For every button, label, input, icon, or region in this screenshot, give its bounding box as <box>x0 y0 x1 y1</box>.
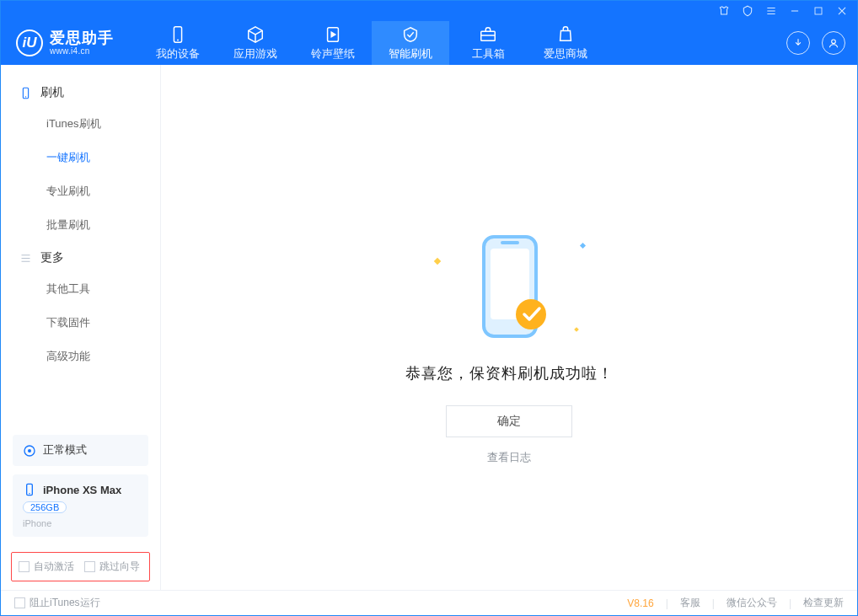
download-button[interactable] <box>786 31 810 55</box>
nav-my-device[interactable]: 我的设备 <box>139 21 217 65</box>
footer-link-wechat[interactable]: 微信公众号 <box>727 596 777 610</box>
view-log-link[interactable]: 查看日志 <box>487 451 531 465</box>
checkbox-icon <box>19 561 29 572</box>
success-message: 恭喜您，保资料刷机成功啦！ <box>405 363 614 383</box>
auto-activate-checkbox[interactable]: 自动激活 <box>19 560 74 574</box>
nav-smart-flash[interactable]: 智能刷机 <box>372 21 449 65</box>
sparkle-icon <box>434 258 441 265</box>
skin-icon[interactable] <box>717 4 731 18</box>
device-name: iPhone XS Max <box>43 484 121 496</box>
footer-link-support[interactable]: 客服 <box>680 596 700 610</box>
checkbox-icon <box>14 597 25 608</box>
svg-rect-0 <box>815 8 822 14</box>
sidebar-item-advanced[interactable]: 高级功能 <box>1 340 160 373</box>
phone-icon <box>19 87 32 99</box>
sidebar-group-title: 刷机 <box>40 85 64 100</box>
app-header: iU 爱思助手 www.i4.cn 我的设备 应用游戏 铃声壁纸 智能刷机 工具… <box>1 21 857 65</box>
checkbox-icon <box>84 561 95 572</box>
sidebar: 刷机 iTunes刷机 一键刷机 专业刷机 批量刷机 更多 其他工具 下载固件 … <box>1 65 161 590</box>
maximize-icon[interactable] <box>812 4 825 18</box>
success-illustration <box>458 233 560 343</box>
sparkle-icon <box>574 327 579 332</box>
mode-card[interactable]: 正常模式 <box>13 435 148 466</box>
flash-options-box: 自动激活 跳过向导 <box>11 552 150 581</box>
nav-apps-games[interactable]: 应用游戏 <box>217 21 294 65</box>
status-bar: 阻止iTunes运行 V8.16 | 客服 | 微信公众号 | 检查更新 <box>1 590 857 615</box>
nav-label: 爱思商城 <box>544 47 587 62</box>
list-icon <box>19 252 32 265</box>
device-card[interactable]: iPhone XS Max 256GB iPhone <box>13 474 148 537</box>
device-capacity: 256GB <box>23 501 67 513</box>
nav-label: 铃声壁纸 <box>311 47 355 62</box>
nav-label: 应用游戏 <box>233 47 277 62</box>
nav-label: 智能刷机 <box>389 47 432 62</box>
sidebar-item-itunes[interactable]: iTunes刷机 <box>1 107 160 141</box>
header-actions <box>786 21 845 65</box>
svg-point-7 <box>28 449 31 453</box>
nav-label: 工具箱 <box>472 47 505 62</box>
phone-success-icon <box>458 233 560 343</box>
sidebar-group-title: 更多 <box>40 250 64 265</box>
sidebar-item-batch[interactable]: 批量刷机 <box>1 208 160 242</box>
sidebar-item-oneclick[interactable]: 一键刷机 <box>1 141 160 174</box>
app-url: www.i4.cn <box>50 46 114 56</box>
feedback-icon[interactable] <box>741 4 754 18</box>
sidebar-item-pro[interactable]: 专业刷机 <box>1 174 160 208</box>
mode-label: 正常模式 <box>43 443 87 458</box>
minimize-icon[interactable] <box>788 4 802 18</box>
app-logo[interactable]: iU 爱思助手 www.i4.cn <box>16 21 139 65</box>
svg-rect-3 <box>481 31 496 40</box>
nav-label: 我的设备 <box>156 47 200 62</box>
menu-icon[interactable] <box>764 4 778 18</box>
svg-rect-11 <box>501 241 519 244</box>
device-platform: iPhone <box>23 518 138 528</box>
user-button[interactable] <box>822 31 845 55</box>
nav-ring-wall[interactable]: 铃声壁纸 <box>294 21 372 65</box>
ok-button[interactable]: 确定 <box>446 405 572 437</box>
svg-point-12 <box>516 299 546 329</box>
sidebar-item-other[interactable]: 其他工具 <box>1 272 160 306</box>
main-area: 刷机 iTunes刷机 一键刷机 专业刷机 批量刷机 更多 其他工具 下载固件 … <box>1 65 857 590</box>
window-controls <box>1 1 857 21</box>
main-nav: 我的设备 应用游戏 铃声壁纸 智能刷机 工具箱 爱思商城 <box>139 21 604 65</box>
nav-toolbox[interactable]: 工具箱 <box>449 21 527 65</box>
nav-shop[interactable]: 爱思商城 <box>527 21 604 65</box>
sidebar-group-flash: 刷机 <box>1 77 160 107</box>
skip-wizard-checkbox[interactable]: 跳过向导 <box>84 560 140 574</box>
logo-badge-icon: iU <box>16 29 43 56</box>
block-itunes-checkbox[interactable]: 阻止iTunes运行 <box>14 596 100 610</box>
sidebar-item-firmware[interactable]: 下载固件 <box>1 306 160 340</box>
device-icon <box>23 483 36 496</box>
sparkle-icon <box>580 243 586 249</box>
svg-point-4 <box>832 40 836 44</box>
content-panel: 恭喜您，保资料刷机成功啦！ 确定 查看日志 <box>161 65 857 590</box>
status-normal-icon <box>23 444 36 458</box>
sidebar-group-more: 更多 <box>1 242 160 272</box>
version-label: V8.16 <box>627 597 653 609</box>
footer-link-update[interactable]: 检查更新 <box>803 596 844 610</box>
close-icon[interactable] <box>835 4 849 18</box>
app-name: 爱思助手 <box>50 30 114 46</box>
